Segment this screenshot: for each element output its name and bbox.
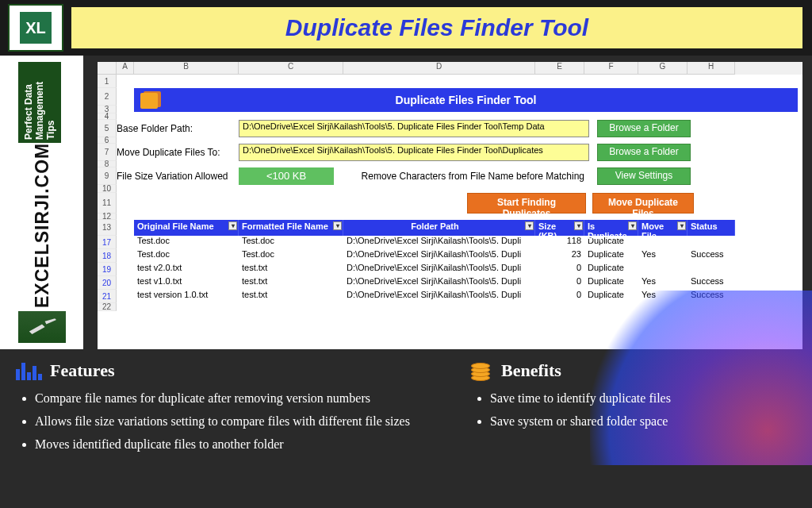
brand-tagline: Perfect Data Management Tips: [18, 62, 61, 143]
row-10: 10: [98, 185, 802, 193]
bottom-section: Features Compare file names for duplicat…: [0, 349, 812, 465]
col-d[interactable]: D: [343, 62, 535, 75]
th-original[interactable]: Original File Name▾: [134, 220, 239, 236]
browse-folder-2-button[interactable]: Browse a Folder: [597, 144, 691, 161]
brand-text-block: EXCELSIRJI.COM Perfect Data Management T…: [18, 62, 66, 308]
row-1: 1: [98, 75, 802, 88]
cell-size: 0: [535, 263, 584, 276]
col-g[interactable]: G: [638, 62, 688, 75]
row-12: 12: [98, 214, 802, 220]
excel-logo-letter: XL: [20, 12, 52, 44]
cell-move: Yes: [638, 276, 688, 290]
th-move[interactable]: Move File▾: [638, 220, 688, 236]
brand-name: EXCELSIRJI.COM: [31, 143, 52, 308]
row-11: 11 Start Finding Duplicates Move Duplica…: [98, 193, 802, 214]
benefits-heading: Benefits: [471, 360, 796, 381]
cell-formatted: test.txt: [239, 290, 343, 303]
cell-formatted: Test.doc: [239, 249, 343, 263]
title-bar: Duplicate Files Finder Tool: [71, 7, 802, 48]
view-settings-button[interactable]: View Settings: [597, 167, 691, 185]
cell-path: D:\OneDrive\Excel Sirji\Kailash\Tools\5.…: [343, 249, 535, 263]
benefits-title: Benefits: [501, 360, 561, 381]
feature-item: Moves identified duplicate files to anot…: [35, 435, 471, 455]
remove-chars-label: Remove Characters from File Name before …: [334, 167, 589, 185]
cell-size: 0: [535, 290, 584, 303]
brand-sidebar: EXCELSIRJI.COM Perfect Data Management T…: [0, 56, 83, 349]
col-e[interactable]: E: [535, 62, 584, 75]
size-variation-dropdown[interactable]: <100 KB: [239, 167, 334, 185]
bars-icon: [16, 361, 42, 380]
filter-icon[interactable]: ▾: [228, 221, 237, 230]
filter-icon[interactable]: ▾: [628, 221, 637, 230]
cell-size: 23: [535, 249, 584, 263]
row-2: 2 Duplicate Files Finder Tool: [98, 88, 802, 106]
cell-status: Success: [688, 276, 735, 290]
cell-formatted: Test.doc: [239, 236, 343, 249]
tool-title-cell: Duplicate Files Finder Tool: [134, 88, 798, 112]
base-path-label: Base Folder Path:: [117, 120, 239, 137]
table-row[interactable]: 19test v2.0.txttest.txtD:\OneDrive\Excel…: [98, 263, 802, 276]
row-7: 7 Move Duplicate Files To: D:\OneDrive\E…: [98, 144, 802, 161]
row-6: 6: [98, 137, 802, 144]
features-list: Compare file names for duplicate after r…: [16, 389, 471, 454]
table-row[interactable]: 20test v1.0.txttest.txtD:\OneDrive\Excel…: [98, 276, 802, 290]
row-8: 8: [98, 161, 802, 167]
page-title: Duplicate Files Finder Tool: [285, 14, 588, 41]
folders-icon: [139, 90, 167, 110]
th-path[interactable]: Folder Path▾: [343, 220, 535, 236]
move-to-input[interactable]: D:\OneDrive\Excel Sirji\Kailash\Tools\5.…: [239, 144, 589, 161]
cell-path: D:\OneDrive\Excel Sirji\Kailash\Tools\5.…: [343, 263, 535, 276]
table-header-row: 13 Original File Name▾ Formatted File Na…: [98, 220, 802, 236]
th-status[interactable]: Status: [688, 220, 735, 236]
cell-status: [688, 236, 735, 249]
cell-original: Test.doc: [134, 236, 239, 249]
col-a[interactable]: A: [117, 62, 134, 75]
filter-icon[interactable]: ▾: [333, 221, 342, 230]
cell-original: Test.doc: [134, 249, 239, 263]
tool-title-text: Duplicate Files Finder Tool: [396, 94, 537, 106]
cell-dup: Duplicate: [584, 249, 638, 263]
col-f[interactable]: F: [584, 62, 638, 75]
benefit-item: Save system or shared folder space: [490, 412, 796, 432]
row-5: 5 Base Folder Path: D:\OneDrive\Excel Si…: [98, 120, 802, 137]
th-dup[interactable]: Is Duplicate▾: [584, 220, 638, 236]
move-to-label: Move Duplicate Files To:: [117, 144, 239, 161]
cell-move: [638, 263, 688, 276]
start-finding-button[interactable]: Start Finding Duplicates: [467, 193, 586, 214]
cell-original: test version 1.0.txt: [134, 290, 239, 303]
col-b[interactable]: B: [134, 62, 239, 75]
row-4: 4: [98, 114, 802, 120]
cell-status: [688, 263, 735, 276]
filter-icon[interactable]: ▾: [574, 221, 583, 230]
cell-dup: Duplicate: [584, 276, 638, 290]
table-row[interactable]: 18Test.docTest.docD:\OneDrive\Excel Sirj…: [98, 249, 802, 263]
row-9: 9 File Size Variation Allowed <100 KB Re…: [98, 167, 802, 185]
benefits-list: Save time to identify duplicate filesSav…: [471, 389, 796, 432]
features-title: Features: [50, 360, 114, 381]
benefits-column: Benefits Save time to identify duplicate…: [471, 360, 796, 457]
cell-path: D:\OneDrive\Excel Sirji\Kailash\Tools\5.…: [343, 276, 535, 290]
cell-original: test v2.0.txt: [134, 263, 239, 276]
benefit-item: Save time to identify duplicate files: [490, 389, 796, 409]
column-headers: A B C D E F G H: [98, 62, 802, 75]
size-var-label: File Size Variation Allowed: [117, 167, 239, 185]
th-size[interactable]: Size (KB)▾: [535, 220, 584, 236]
features-column: Features Compare file names for duplicat…: [16, 360, 471, 457]
filter-icon[interactable]: ▾: [677, 221, 686, 230]
cell-size: 0: [535, 276, 584, 290]
cell-formatted: test.txt: [239, 276, 343, 290]
cell-original: test v1.0.txt: [134, 276, 239, 290]
cell-formatted: test.txt: [239, 263, 343, 276]
th-formatted[interactable]: Formatted File Name▾: [239, 220, 343, 236]
feature-item: Allows file size variations setting to c…: [35, 412, 471, 432]
features-heading: Features: [16, 360, 471, 381]
base-path-input[interactable]: D:\OneDrive\Excel Sirji\Kailash\Tools\5.…: [239, 120, 589, 137]
top-banner: XL Duplicate Files Finder Tool: [0, 0, 812, 56]
filter-icon[interactable]: ▾: [525, 221, 534, 230]
col-c[interactable]: C: [239, 62, 343, 75]
table-row[interactable]: 17Test.docTest.docD:\OneDrive\Excel Sirj…: [98, 236, 802, 249]
browse-folder-1-button[interactable]: Browse a Folder: [597, 120, 691, 137]
col-h[interactable]: H: [688, 62, 735, 75]
move-duplicates-button[interactable]: Move Duplicate Files: [592, 193, 694, 214]
broom-icon: [18, 311, 66, 343]
